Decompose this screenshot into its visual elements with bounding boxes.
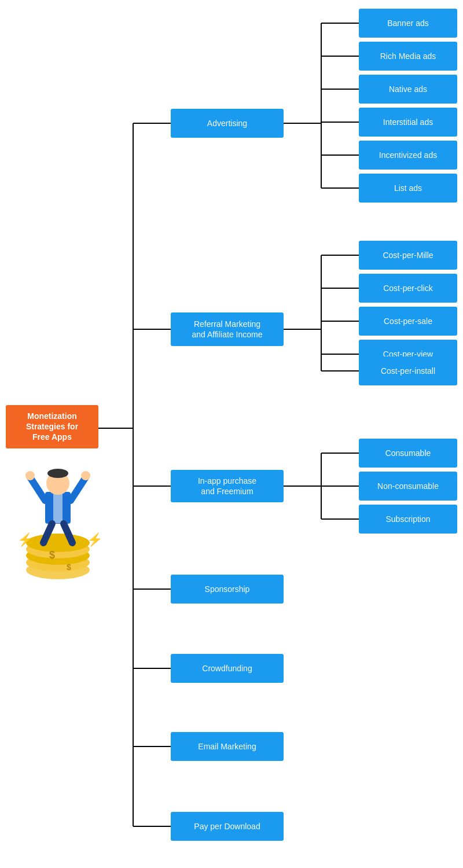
node-banner-ads: Banner ads xyxy=(359,9,457,38)
person-illustration: $ $ ⚡ xyxy=(0,446,116,596)
node-native-ads: Native ads xyxy=(359,75,457,104)
node-cps: Cost-per-sale xyxy=(359,307,457,336)
node-cpi: Cost-per-install xyxy=(359,356,457,385)
diagram-container: Monetization Strategies for Free Apps $ … xyxy=(0,0,463,868)
node-list-ads: List ads xyxy=(359,174,457,203)
svg-line-40 xyxy=(30,477,45,501)
node-inapp: In-app purchase and Freemium xyxy=(171,470,284,502)
svg-point-39 xyxy=(47,469,68,478)
node-referral: Referral Marketing and Affiliate Income xyxy=(171,312,284,346)
svg-text:$: $ xyxy=(49,549,55,561)
node-cpm: Cost-per-Mille xyxy=(359,241,457,270)
svg-point-42 xyxy=(25,471,35,480)
node-consumable: Consumable xyxy=(359,439,457,468)
svg-point-43 xyxy=(81,471,90,480)
node-nonconsumable: Non-consumable xyxy=(359,472,457,501)
node-pay-per-download: Pay per Download xyxy=(171,812,284,841)
node-email-marketing: Email Marketing xyxy=(171,732,284,761)
node-cpc: Cost-per-click xyxy=(359,274,457,303)
node-sponsorship: Sponsorship xyxy=(171,575,284,604)
node-advertising: Advertising xyxy=(171,109,284,138)
svg-text:⚡: ⚡ xyxy=(17,532,34,547)
person-svg: $ $ ⚡ xyxy=(6,457,110,584)
svg-text:⚡: ⚡ xyxy=(87,532,103,547)
svg-point-33 xyxy=(26,534,90,552)
svg-text:$: $ xyxy=(67,562,71,572)
node-subscription: Subscription xyxy=(359,505,457,534)
svg-rect-37 xyxy=(53,493,63,523)
node-incentivized-ads: Incentivized ads xyxy=(359,141,457,170)
svg-line-41 xyxy=(71,477,86,501)
node-interstitial-ads: Interstitial ads xyxy=(359,108,457,137)
node-rich-media-ads: Rich Media ads xyxy=(359,42,457,71)
root-label: Monetization Strategies for Free Apps xyxy=(6,405,98,448)
node-crowdfunding: Crowdfunding xyxy=(171,654,284,683)
